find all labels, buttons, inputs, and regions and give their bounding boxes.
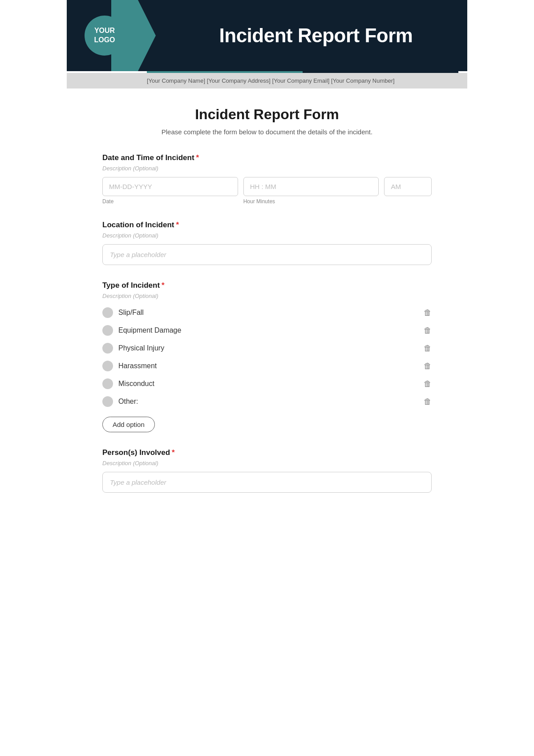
- radio-option-row: Other:🗑: [102, 394, 432, 410]
- time-input[interactable]: [243, 177, 379, 196]
- radio-option-row: Equipment Damage🗑: [102, 322, 432, 338]
- section-type-description: Description (Optional): [102, 293, 432, 299]
- radio-circle[interactable]: [102, 307, 113, 318]
- radio-label: Slip/Fall: [118, 309, 144, 317]
- required-indicator: *: [172, 448, 175, 457]
- main-content: Incident Report Form Please complete the…: [67, 88, 467, 535]
- section-date-time-description: Description (Optional): [102, 165, 432, 172]
- required-indicator: *: [176, 221, 179, 229]
- section-persons-description: Description (Optional): [102, 460, 432, 466]
- section-date-time: Date and Time of Incident* Description (…: [102, 153, 432, 205]
- delete-option-icon[interactable]: 🗑: [424, 308, 432, 318]
- time-label: Hour Minutes: [243, 198, 379, 205]
- section-persons-label: Person(s) Involved*: [102, 448, 432, 457]
- logo-circle: YOUR LOGO: [85, 16, 125, 56]
- section-persons: Person(s) Involved* Description (Optiona…: [102, 448, 432, 493]
- date-input-group: Date: [102, 177, 238, 205]
- radio-option-row: Physical Injury🗑: [102, 340, 432, 356]
- form-subtitle: Please complete the form below to docume…: [102, 128, 432, 136]
- form-main-title: Incident Report Form: [102, 106, 432, 123]
- radio-label: Misconduct: [118, 380, 154, 388]
- radio-label: Equipment Damage: [118, 326, 181, 334]
- radio-option-row: Misconduct🗑: [102, 376, 432, 392]
- radio-circle[interactable]: [102, 343, 113, 354]
- radio-label: Harassment: [118, 362, 157, 370]
- page-header: YOUR LOGO Incident Report Form: [67, 0, 467, 71]
- section-type: Type of Incident* Description (Optional)…: [102, 281, 432, 432]
- radio-circle[interactable]: [102, 361, 113, 371]
- delete-option-icon[interactable]: 🗑: [424, 326, 432, 335]
- section-location: Location of Incident* Description (Optio…: [102, 221, 432, 265]
- date-input[interactable]: [102, 177, 238, 196]
- required-indicator: *: [162, 281, 165, 290]
- company-info-text: [Your Company Name] [Your Company Addres…: [147, 77, 395, 84]
- delete-option-icon[interactable]: 🗑: [424, 397, 432, 406]
- section-date-time-label: Date and Time of Incident*: [102, 153, 432, 162]
- company-info-bar: [Your Company Name] [Your Company Addres…: [67, 73, 467, 88]
- section-type-label: Type of Incident*: [102, 281, 432, 290]
- delete-option-icon[interactable]: 🗑: [424, 379, 432, 389]
- persons-input[interactable]: [102, 472, 432, 493]
- radio-option-row: Harassment🗑: [102, 358, 432, 374]
- radio-option-row: Slip/Fall🗑: [102, 305, 432, 321]
- ampm-input[interactable]: [384, 177, 432, 196]
- delete-option-icon[interactable]: 🗑: [424, 344, 432, 353]
- date-label: Date: [102, 198, 238, 205]
- location-input[interactable]: [102, 244, 432, 265]
- radio-label: Physical Injury: [118, 344, 164, 352]
- radio-options-list: Slip/Fall🗑Equipment Damage🗑Physical Inju…: [102, 305, 432, 410]
- radio-circle[interactable]: [102, 378, 113, 389]
- required-indicator: *: [196, 153, 199, 162]
- delete-option-icon[interactable]: 🗑: [424, 362, 432, 371]
- add-option-button[interactable]: Add option: [102, 417, 155, 432]
- header-title-area: Incident Report Form: [138, 0, 467, 71]
- radio-circle[interactable]: [102, 325, 113, 336]
- section-location-description: Description (Optional): [102, 232, 432, 239]
- header-title: Incident Report Form: [219, 24, 413, 47]
- logo-area: YOUR LOGO: [67, 0, 138, 71]
- section-location-label: Location of Incident*: [102, 221, 432, 229]
- datetime-row: Date Hour Minutes: [102, 177, 432, 205]
- radio-circle[interactable]: [102, 396, 113, 407]
- radio-label: Other:: [118, 398, 138, 406]
- ampm-input-group: [384, 177, 432, 196]
- time-input-group: Hour Minutes: [243, 177, 379, 205]
